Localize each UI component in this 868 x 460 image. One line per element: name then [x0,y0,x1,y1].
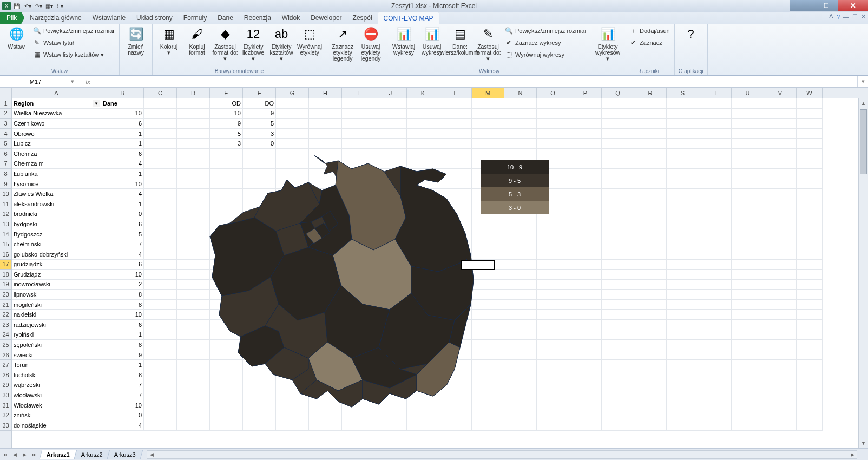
cell[interactable] [569,360,602,370]
cell[interactable] [309,119,342,129]
column-header[interactable]: R [634,88,667,98]
cell[interactable] [374,109,407,119]
cell[interactable] [732,370,764,380]
cell[interactable] [764,400,797,411]
ribbon-button[interactable]: 🔄Zmień nazwy [123,25,149,56]
cell[interactable]: lipnowski [12,290,101,300]
cell[interactable] [144,119,177,129]
sheet-nav-prev-icon[interactable]: ◀ [10,450,19,459]
cell[interactable] [667,109,699,119]
ribbon-small-button[interactable]: ⬚Wyrównaj wykresy [503,49,588,60]
cell[interactable] [764,270,797,280]
cell[interactable] [634,400,667,411]
cell[interactable] [634,380,667,391]
cell[interactable] [602,179,634,189]
cell[interactable]: 5 [243,119,276,129]
scroll-up-icon[interactable]: ▲ [859,98,868,108]
cell[interactable] [276,420,309,431]
cell[interactable] [602,249,634,260]
cell[interactable] [504,280,537,290]
cell[interactable] [537,410,569,420]
cell[interactable]: 10 [101,400,144,411]
cell[interactable] [764,320,797,330]
cell[interactable] [634,350,667,360]
cell[interactable] [602,390,634,400]
cell[interactable] [144,189,177,199]
cell[interactable] [797,249,823,260]
cell[interactable] [699,290,732,300]
cell[interactable] [797,129,823,139]
cell[interactable] [537,149,569,159]
cell[interactable] [537,370,569,380]
cell[interactable] [764,149,797,159]
column-header[interactable]: J [374,88,407,98]
ribbon-button[interactable]: ↗Zaznacz etykiety legendy [330,25,356,62]
cell[interactable] [602,290,634,300]
cell[interactable] [602,119,634,129]
row-header[interactable]: 27 [0,360,11,370]
cell[interactable] [667,270,699,280]
column-header[interactable]: A [12,88,101,98]
cell[interactable] [667,139,699,149]
cell[interactable]: 5 [210,129,243,139]
formula-bar-expand-icon[interactable]: ▾ [857,76,868,87]
cell[interactable] [732,350,764,360]
cell[interactable] [504,350,537,360]
cell[interactable] [537,400,569,411]
cell[interactable]: 4 [101,189,144,199]
cell[interactable] [407,420,439,431]
cell[interactable] [144,139,177,149]
column-header[interactable]: L [439,88,472,98]
cell[interactable]: 1 [101,169,144,179]
cell[interactable] [276,98,309,109]
row-header[interactable]: 9 [0,179,11,189]
cell[interactable] [797,370,823,380]
cell[interactable]: świecki [12,350,101,360]
cell[interactable] [797,340,823,350]
column-header[interactable]: W [797,88,823,98]
cell[interactable] [210,420,243,431]
cell[interactable] [504,219,537,229]
horizontal-scrollbar[interactable]: ◀ ▶ [147,450,857,459]
cell[interactable] [797,169,823,179]
cell[interactable]: aleksandrowski [12,199,101,209]
cell[interactable] [472,109,504,119]
cell[interactable] [732,270,764,280]
cell[interactable] [602,370,634,380]
qat-save-icon[interactable]: 💾 [12,1,22,11]
cell[interactable] [634,219,667,229]
cell[interactable] [667,330,699,340]
cell[interactable] [764,420,797,431]
cell[interactable] [634,199,667,209]
cell[interactable] [569,219,602,229]
cell[interactable] [732,400,764,411]
cell[interactable] [602,360,634,370]
cell[interactable]: wąbrzeski [12,380,101,391]
fx-button[interactable]: fx [81,76,95,87]
row-header[interactable]: 8 [0,169,11,179]
ribbon-tab[interactable]: Recenzja [239,12,277,24]
cell[interactable] [602,280,634,290]
row-header[interactable]: 21 [0,300,11,310]
cell[interactable] [144,239,177,249]
cell[interactable] [342,98,374,109]
cell[interactable] [569,270,602,280]
cell[interactable] [699,219,732,229]
cell[interactable] [569,149,602,159]
cell[interactable] [144,410,177,420]
cell[interactable]: 1 [101,199,144,209]
cell[interactable] [699,139,732,149]
row-header[interactable]: 22 [0,310,11,320]
qat-customize-icon[interactable]: ⠇▾ [55,1,65,11]
name-box[interactable]: M17 ▾ [0,76,81,87]
cell[interactable] [634,209,667,220]
cell[interactable] [764,260,797,270]
row-header[interactable]: 17 [0,260,11,270]
cell[interactable] [634,270,667,280]
cell[interactable] [537,320,569,330]
cell[interactable] [276,129,309,139]
cell[interactable] [699,98,732,109]
cell[interactable] [634,330,667,340]
cell[interactable] [667,340,699,350]
cell[interactable] [537,98,569,109]
